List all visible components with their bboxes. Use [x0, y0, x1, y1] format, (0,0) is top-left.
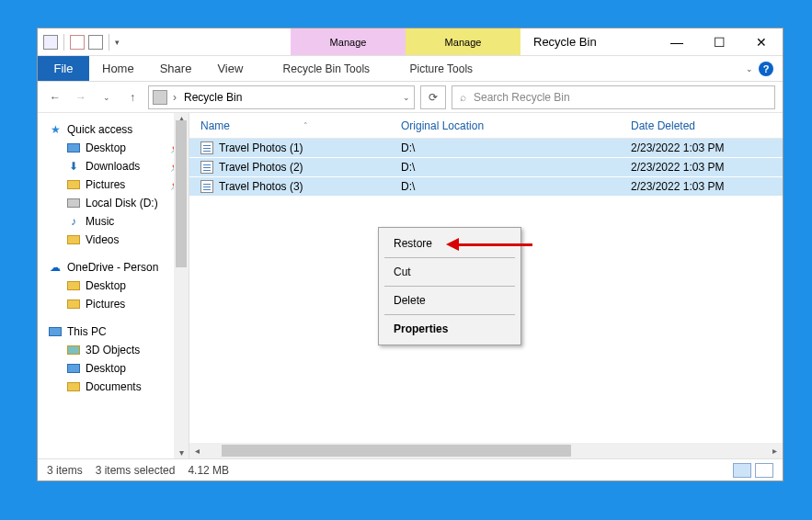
sidebar-item-label: Desktop [86, 362, 126, 375]
ctx-properties[interactable]: Properties [379, 317, 520, 341]
status-selected-count: 3 items selected [96, 464, 176, 477]
file-name: Travel Photos (2) [219, 161, 303, 174]
address-bar[interactable]: › Recycle Bin ⌄ [148, 85, 415, 109]
scroll-thumb[interactable] [222, 445, 571, 457]
column-name[interactable]: Name ˄ [189, 119, 401, 132]
minimize-button[interactable]: — [656, 28, 698, 55]
file-row[interactable]: Travel Photos (2) D:\ 2/23/2022 1:03 PM [189, 158, 783, 177]
forward-button[interactable]: → [71, 87, 91, 107]
maximize-button[interactable]: ☐ [698, 28, 740, 55]
file-rows: Travel Photos (1) D:\ 2/23/2022 1:03 PM … [189, 139, 783, 197]
menu-recyclebin-tools[interactable]: Recycle Bin Tools [269, 56, 383, 81]
sidebar-item-od-pictures[interactable]: Pictures [38, 295, 189, 313]
videos-icon [67, 235, 80, 244]
menu-share[interactable]: Share [147, 56, 205, 81]
search-input[interactable]: ⌕ Search Recycle Bin [452, 85, 775, 109]
close-button[interactable]: ✕ [740, 28, 783, 55]
column-headers: Name ˄ Original Location Date Deleted [189, 113, 783, 139]
ctx-cut[interactable]: Cut [379, 260, 520, 284]
address-text: Recycle Bin [184, 91, 242, 104]
column-label: Name [200, 119, 230, 132]
sidebar-onedrive[interactable]: ☁ OneDrive - Person [38, 258, 189, 277]
sidebar-quick-access[interactable]: ★ Quick access [38, 120, 189, 139]
view-details-button[interactable] [733, 463, 751, 478]
menu-picture-tools[interactable]: Picture Tools [383, 56, 498, 81]
ctx-delete[interactable]: Delete [379, 288, 520, 312]
sidebar-scrollbar[interactable]: ▴ ▾ [174, 113, 189, 458]
menu-view[interactable]: View [204, 56, 256, 81]
qat-dropdown-icon[interactable]: ▾ [115, 38, 120, 47]
sidebar-item-local-disk[interactable]: Local Disk (D:) [38, 194, 189, 212]
3d-objects-icon [67, 345, 80, 355]
file-row[interactable]: Travel Photos (1) D:\ 2/23/2022 1:03 PM [189, 139, 783, 158]
address-bar-row: ← → ⌄ ↑ › Recycle Bin ⌄ ⟳ ⌕ Search Recyc… [38, 82, 783, 113]
back-button[interactable]: ← [45, 87, 65, 107]
search-placeholder: Search Recycle Bin [474, 91, 570, 104]
window-buttons: — ☐ ✕ [656, 28, 783, 55]
file-orig: D:\ [401, 161, 631, 174]
this-pc-icon [49, 327, 62, 336]
scroll-left-icon[interactable]: ◂ [189, 443, 205, 458]
sidebar-item-3d-objects[interactable]: 3D Objects [38, 341, 189, 359]
documents-icon [67, 382, 80, 391]
scroll-thumb[interactable] [176, 120, 187, 267]
sidebar-item-label: Documents [86, 380, 142, 393]
scroll-down-icon[interactable]: ▾ [176, 447, 187, 458]
horizontal-scrollbar[interactable]: ◂ ▸ [189, 443, 783, 458]
ctx-restore[interactable]: Restore [379, 232, 520, 255]
download-icon: ⬇ [67, 160, 80, 173]
titlebar: ▾ Manage Manage Recycle Bin — ☐ ✕ [38, 28, 783, 56]
file-date: 2/23/2022 1:03 PM [631, 141, 783, 154]
drive-icon [67, 198, 80, 208]
menu-bar: File Home Share View Recycle Bin Tools P… [38, 56, 783, 82]
scroll-right-icon[interactable]: ▸ [767, 443, 783, 458]
view-large-icons-button[interactable] [755, 463, 773, 478]
ribbon-collapse-icon[interactable]: ⌄ [746, 64, 753, 73]
ribbon-ctx-label: Manage [445, 37, 482, 48]
quick-access-toolbar: ▾ [38, 28, 125, 55]
sidebar-item-label: This PC [67, 325, 107, 338]
paste-icon[interactable] [88, 35, 103, 50]
refresh-button[interactable]: ⟳ [420, 85, 446, 109]
sidebar-item-od-desktop[interactable]: Desktop [38, 277, 189, 295]
column-original-location[interactable]: Original Location [401, 119, 631, 132]
sidebar-this-pc[interactable]: This PC [38, 322, 189, 341]
sort-asc-icon: ˄ [303, 121, 308, 130]
sidebar-item-pictures[interactable]: Pictures 📌 [38, 175, 189, 194]
file-row[interactable]: Travel Photos (3) D:\ 2/23/2022 1:03 PM [189, 177, 783, 197]
folder-icon [67, 281, 80, 290]
sidebar-item-label: Pictures [86, 178, 125, 191]
up-button[interactable]: ↑ [122, 87, 143, 107]
cloud-icon: ☁ [49, 261, 62, 274]
ribbon-context-picture[interactable]: Manage [406, 28, 520, 55]
context-menu: Restore Cut Delete Properties [378, 227, 521, 345]
separator [384, 314, 515, 315]
desktop-icon [67, 364, 80, 373]
navigation-pane: ★ Quick access Desktop 📌 ⬇ Downloads 📌 P… [38, 113, 189, 458]
menu-home[interactable]: Home [89, 56, 147, 81]
recycle-bin-icon[interactable] [43, 35, 58, 50]
sidebar-item-label: Music [86, 215, 114, 228]
address-dropdown-icon[interactable]: ⌄ [403, 93, 410, 102]
separator [384, 286, 515, 287]
sidebar-item-downloads[interactable]: ⬇ Downloads 📌 [38, 157, 189, 175]
sidebar-item-label: Pictures [86, 298, 125, 311]
image-file-icon [200, 180, 213, 193]
status-bar: 3 items 3 items selected 4.12 MB [38, 458, 783, 480]
sidebar-item-label: Local Disk (D:) [86, 197, 158, 209]
history-dropdown-icon[interactable]: ⌄ [97, 87, 117, 107]
sidebar-item-pc-desktop[interactable]: Desktop [38, 359, 189, 378]
music-icon: ♪ [67, 215, 80, 228]
folder-icon [67, 300, 80, 309]
column-date-deleted[interactable]: Date Deleted [631, 119, 783, 132]
sidebar-item-music[interactable]: ♪ Music [38, 212, 189, 231]
properties-icon[interactable] [70, 35, 85, 50]
sidebar-item-documents[interactable]: Documents [38, 378, 189, 396]
ribbon-context-recyclebin[interactable]: Manage [291, 28, 406, 55]
image-file-icon [200, 141, 213, 154]
sidebar-item-desktop[interactable]: Desktop 📌 [38, 139, 189, 157]
sidebar-item-label: 3D Objects [86, 344, 140, 356]
menu-file[interactable]: File [38, 56, 89, 81]
help-icon[interactable]: ? [759, 62, 773, 76]
sidebar-item-videos[interactable]: Videos [38, 231, 189, 249]
